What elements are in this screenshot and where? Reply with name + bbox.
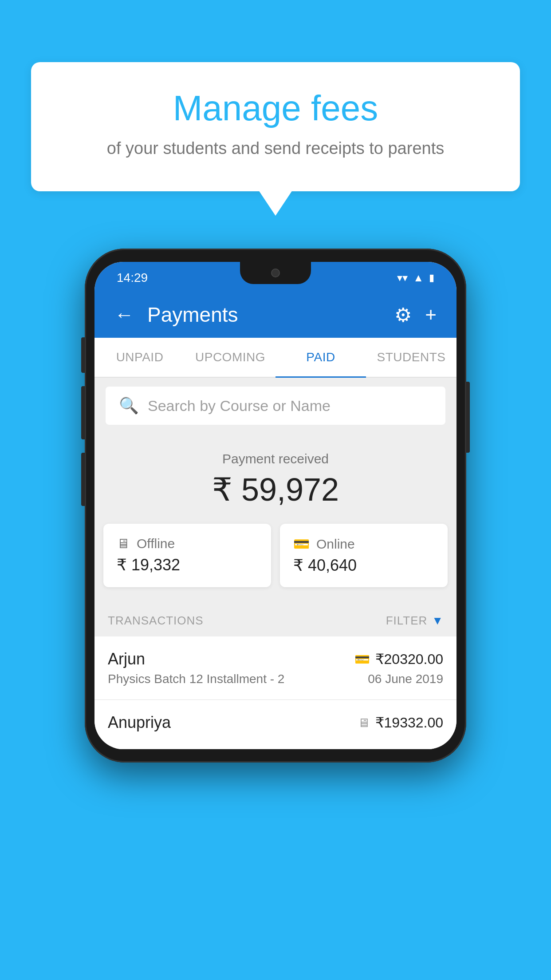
phone-frame: 14:29 ▾▾ ▲ ▮ ← Payments ⚙ + UNPAID xyxy=(85,249,466,763)
offline-amount: ₹ 19,332 xyxy=(117,556,258,574)
offline-payment-icon: 🖥 xyxy=(117,536,130,551)
transaction-item[interactable]: Anupriya 🖥 ₹19332.00 xyxy=(94,700,457,749)
transaction-amount-row: 💳 ₹20320.00 xyxy=(354,651,443,668)
tab-students[interactable]: STUDENTS xyxy=(366,338,457,377)
search-input[interactable]: Search by Course or Name xyxy=(148,397,331,415)
online-payment-type-icon: 💳 xyxy=(354,652,370,667)
transaction-row-top: Anupriya 🖥 ₹19332.00 xyxy=(108,713,443,732)
filter-icon: ▼ xyxy=(432,614,443,628)
settings-icon[interactable]: ⚙ xyxy=(394,304,412,326)
phone-device: 14:29 ▾▾ ▲ ▮ ← Payments ⚙ + UNPAID xyxy=(85,249,466,763)
status-icons: ▾▾ ▲ ▮ xyxy=(397,272,434,284)
camera-dot xyxy=(271,269,280,277)
bubble-title: Manage fees xyxy=(67,89,484,128)
app-bar-icons: ⚙ + xyxy=(394,304,437,326)
phone-notch xyxy=(240,262,311,284)
wifi-icon: ▾▾ xyxy=(397,272,408,284)
battery-icon: ▮ xyxy=(429,272,434,284)
transaction-course: Physics Batch 12 Installment - 2 xyxy=(108,672,284,686)
search-container: 🔍 Search by Course or Name xyxy=(94,378,457,434)
tab-paid[interactable]: PAID xyxy=(276,338,366,377)
transaction-date: 06 June 2019 xyxy=(368,672,443,686)
back-button[interactable]: ← xyxy=(114,304,134,326)
online-amount: ₹ 40,640 xyxy=(293,556,434,575)
online-label: Online xyxy=(316,537,355,552)
online-payment-icon: 💳 xyxy=(293,536,310,552)
transaction-name: Arjun xyxy=(108,650,145,668)
speech-bubble: Manage fees of your students and send re… xyxy=(31,62,520,191)
payment-summary: Payment received ₹ 59,972 🖥 Offline ₹ 19… xyxy=(94,434,457,605)
offline-card-header: 🖥 Offline xyxy=(117,536,258,551)
phone-btn-volume-up xyxy=(81,337,85,373)
tabs-bar: UNPAID UPCOMING PAID STUDENTS xyxy=(94,338,457,378)
tab-unpaid[interactable]: UNPAID xyxy=(94,338,185,377)
filter-button[interactable]: FILTER ▼ xyxy=(386,614,443,628)
transaction-amount: ₹19332.00 xyxy=(375,714,443,731)
filter-label: FILTER xyxy=(386,614,428,628)
tab-upcoming[interactable]: UPCOMING xyxy=(185,338,276,377)
app-title: Payments xyxy=(147,303,381,327)
transaction-item[interactable]: Arjun 💳 ₹20320.00 Physics Batch 12 Insta… xyxy=(94,636,457,700)
transactions-label: TRANSACTIONS xyxy=(108,614,204,628)
phone-btn-power xyxy=(466,382,470,453)
payment-received-label: Payment received xyxy=(103,451,448,466)
offline-label: Offline xyxy=(137,536,175,551)
transactions-header: TRANSACTIONS FILTER ▼ xyxy=(94,605,457,636)
bubble-subtitle: of your students and send receipts to pa… xyxy=(67,137,484,160)
speech-bubble-container: Manage fees of your students and send re… xyxy=(31,62,520,191)
online-payment-card: 💳 Online ₹ 40,640 xyxy=(280,524,448,587)
offline-payment-type-icon: 🖥 xyxy=(358,715,370,730)
payment-cards: 🖥 Offline ₹ 19,332 💳 Online ₹ 40,640 xyxy=(103,524,448,587)
transaction-row-top: Arjun 💳 ₹20320.00 xyxy=(108,650,443,668)
transaction-name: Anupriya xyxy=(108,713,171,732)
offline-payment-card: 🖥 Offline ₹ 19,332 xyxy=(103,524,271,587)
phone-btn-volume-down xyxy=(81,386,85,439)
search-icon: 🔍 xyxy=(119,396,139,415)
signal-icon: ▲ xyxy=(413,272,424,284)
phone-screen: 14:29 ▾▾ ▲ ▮ ← Payments ⚙ + UNPAID xyxy=(94,262,457,749)
phone-btn-volume-down2 xyxy=(81,453,85,506)
transaction-amount: ₹20320.00 xyxy=(375,651,443,668)
status-time: 14:29 xyxy=(117,271,148,285)
add-icon[interactable]: + xyxy=(425,304,437,326)
online-card-header: 💳 Online xyxy=(293,536,434,552)
search-box[interactable]: 🔍 Search by Course or Name xyxy=(106,387,445,425)
transaction-amount-row: 🖥 ₹19332.00 xyxy=(358,714,443,731)
transaction-row-bottom: Physics Batch 12 Installment - 2 06 June… xyxy=(108,672,443,686)
payment-total-amount: ₹ 59,972 xyxy=(103,471,448,508)
app-bar: ← Payments ⚙ + xyxy=(94,292,457,338)
